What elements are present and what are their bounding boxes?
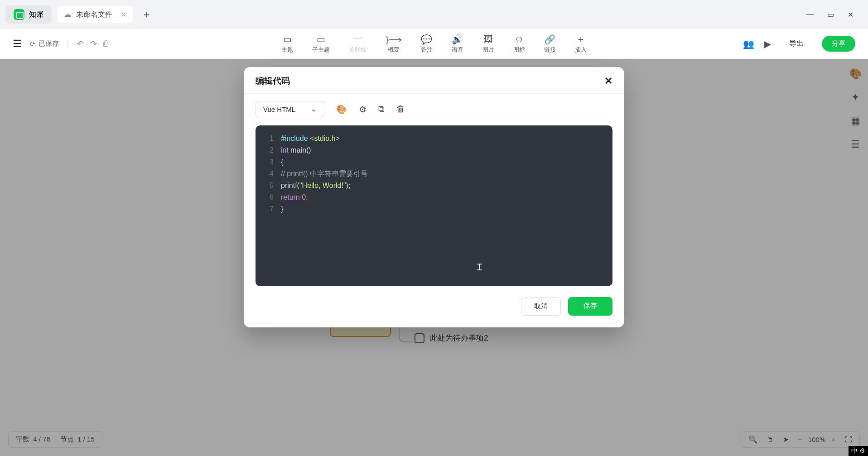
cancel-button[interactable]: 取消	[521, 297, 561, 316]
text-cursor-icon: Ꮖ	[477, 261, 482, 273]
code-editor[interactable]: 1#include <stdio.h> 2int main() 3{ 4 // …	[256, 125, 612, 286]
copy-icon[interactable]: ⧉	[378, 104, 385, 114]
language-value: Vue HTML	[263, 106, 295, 113]
trash-icon[interactable]: 🗑	[396, 104, 405, 114]
chevron-down-icon: ⌄	[311, 105, 317, 113]
modal-close-button[interactable]: ✕	[604, 75, 612, 87]
ime-indicator: 中 ⚙	[849, 446, 868, 456]
modal-backdrop: 编辑代码 ✕ Vue HTML ⌄ 🎨 ⚙ ⧉ 🗑 1#include <std…	[0, 0, 868, 456]
language-selector[interactable]: Vue HTML ⌄	[256, 101, 324, 117]
save-button[interactable]: 保存	[568, 297, 612, 316]
code-editor-modal: 编辑代码 ✕ Vue HTML ⌄ 🎨 ⚙ ⧉ 🗑 1#include <std…	[244, 67, 624, 327]
theme-icon[interactable]: 🎨	[336, 104, 347, 115]
gear-icon[interactable]: ⚙	[359, 104, 366, 115]
modal-title: 编辑代码	[256, 75, 290, 87]
